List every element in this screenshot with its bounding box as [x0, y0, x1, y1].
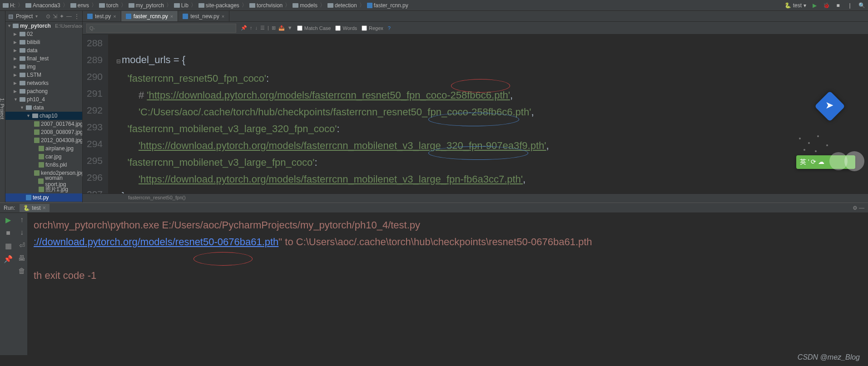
project-panel-header: ▤ Project ▾ ⊙ ⇲ ✦ — ⋮ [5, 11, 82, 22]
tree-item[interactable]: fcn8s.pkl [5, 161, 82, 169]
tree-item[interactable]: ▶bilibili [5, 38, 82, 46]
stop-run-icon[interactable]: ■ [6, 229, 10, 237]
tree-item[interactable]: ▼ph10_4 [5, 95, 82, 104]
find-bar: 📌 ↑ ↓ ☰ | ⊞ 📤 ▼ Match Case Words Regex ? [83, 22, 868, 35]
breadcrumb-item[interactable]: faster_rcnn.py [367, 2, 408, 9]
gutter: 288289290291292293294295296297298 [83, 35, 108, 193]
console-output[interactable]: orch\my_pytorch\python.exe E:/Users/aoc/… [27, 213, 868, 355]
find-opt-matchcase[interactable]: Match Case [297, 25, 331, 31]
tree-item[interactable]: ▶img [5, 63, 82, 71]
project-icon: ▤ [8, 13, 13, 20]
find-opt-regex[interactable]: Regex [362, 25, 383, 31]
find-filter-icon[interactable]: ▼ [288, 25, 293, 31]
project-panel-title: Project [16, 13, 33, 20]
run-tab[interactable]: 🐍 test × [20, 204, 49, 212]
find-next-icon[interactable]: ↓ [255, 25, 258, 31]
editor-tab[interactable]: test.py× [83, 11, 121, 21]
find-opt-words[interactable]: Words [335, 25, 357, 31]
run-gear-icon[interactable]: ⚙ — [853, 205, 864, 211]
find-select-icon[interactable]: ☰ [260, 25, 265, 31]
tree-item[interactable]: ▶pachong [5, 87, 82, 95]
project-panel: ▤ Project ▾ ⊙ ⇲ ✦ — ⋮ ▼ my_pytorch E:\Us… [5, 11, 83, 203]
settings-icon[interactable]: ✦ [60, 13, 64, 20]
pin-icon[interactable]: 📌 [4, 255, 13, 263]
tree-item[interactable]: test.py [5, 193, 82, 202]
watermark: CSDN @mez_Blog [798, 353, 860, 361]
run-gutter-right: ↑ ↓ ⏎ 🖶 🗑 [16, 213, 27, 355]
divider-icon: | [846, 2, 853, 9]
down-icon[interactable]: ↓ [20, 228, 24, 237]
tree-root[interactable]: ▼ my_pytorch E:\Users\aoc\Py [5, 22, 82, 30]
search-icon[interactable]: 🔍 [858, 2, 865, 9]
run-config-selector[interactable]: 🐍 test ▾ [784, 2, 806, 9]
run-gutter-left: ▶ ■ ▦ 📌 [0, 213, 16, 355]
run-label: Run: [4, 205, 15, 211]
tree-item[interactable]: ▼data [5, 104, 82, 112]
top-bar: H:〉Anaconda3〉envs〉torch〉my_pytorch〉Lib〉s… [0, 0, 868, 11]
tree-item[interactable]: ▶02 [5, 30, 82, 38]
breadcrumb-item[interactable]: models [293, 2, 317, 9]
gear-icon[interactable]: — [66, 13, 72, 20]
breadcrumb-item[interactable]: Lib [174, 2, 188, 9]
find-prev-icon[interactable]: ↑ [250, 25, 253, 31]
code-breadcrumb[interactable]: fasterrcnn_resnet50_fpn() [83, 193, 868, 203]
expand-icon[interactable]: ⇲ [53, 13, 57, 20]
breadcrumb-item[interactable]: detection [327, 2, 357, 9]
chevron-down-icon[interactable]: ▾ [35, 14, 38, 19]
tree-item[interactable]: woman sport.jpg [5, 177, 82, 185]
editor-tabs: test.py×faster_rcnn.py×test_new.py× [83, 11, 868, 22]
tree-item[interactable]: ▶networks [5, 79, 82, 87]
run-icon[interactable]: ▶ [811, 2, 818, 9]
breadcrumb-item[interactable]: envs [70, 2, 89, 9]
trash-icon[interactable]: 🗑 [18, 267, 25, 275]
run-panel: Run: 🐍 test × ⚙ — ▶ ■ ▦ 📌 ↑ ↓ ⏎ 🖶 🗑 orch… [0, 203, 868, 355]
breadcrumb-item[interactable]: H: [3, 2, 15, 9]
top-right-tools: 🐍 test ▾ ▶ 🐞 ■ | 🔍 [784, 2, 865, 9]
find-export-icon[interactable]: 📤 [278, 25, 285, 31]
main-area: 1: Project ▤ Project ▾ ⊙ ⇲ ✦ — ⋮ ▼ my_py… [0, 11, 868, 203]
editor-tab[interactable]: faster_rcnn.py× [121, 11, 178, 21]
find-add-icon[interactable]: ⊞ [272, 25, 276, 31]
tree-item[interactable]: ▼chap10 [5, 112, 82, 120]
tree-item[interactable]: airplane.jpg [5, 144, 82, 153]
run-body: ▶ ■ ▦ 📌 ↑ ↓ ⏎ 🖶 🗑 orch\my_pytorch\python… [0, 213, 868, 355]
code-editor[interactable]: 288289290291292293294295296297298 ⊟model… [83, 35, 868, 193]
print-icon[interactable]: 🖶 [18, 254, 25, 262]
breadcrumb-item[interactable]: torch [99, 2, 119, 9]
tree-item[interactable]: 2007_001764.jpg [5, 120, 82, 128]
debug-icon[interactable]: 🐞 [823, 2, 830, 9]
code-content[interactable]: ⊟model_urls = { 'fasterrcnn_resnet50_fpn… [108, 35, 868, 193]
breadcrumbs: H:〉Anaconda3〉envs〉torch〉my_pytorch〉Lib〉s… [3, 1, 408, 9]
find-help-icon[interactable]: ? [388, 25, 391, 31]
tree-item[interactable]: car.jpg [5, 153, 82, 161]
tree-item[interactable]: 2008_008097.jpg [5, 128, 82, 136]
tree-item[interactable]: ▶data [5, 46, 82, 54]
collapse-icon[interactable]: ⊙ [46, 13, 50, 20]
breadcrumb-item[interactable]: site-packages [198, 2, 239, 9]
hide-icon[interactable]: ⋮ [74, 13, 79, 20]
wrap-icon[interactable]: ⏎ [19, 241, 25, 250]
breadcrumb-item[interactable]: torchvision [249, 2, 283, 9]
editor-area: test.py×faster_rcnn.py×test_new.py× 📌 ↑ … [83, 11, 868, 203]
tree-item[interactable]: ▶LSTM [5, 71, 82, 79]
tree-item[interactable]: ▶final_test [5, 54, 82, 63]
up-icon[interactable]: ↑ [20, 216, 24, 224]
layout-icon[interactable]: ▦ [5, 242, 12, 250]
editor-tab[interactable]: test_new.py× [178, 11, 229, 21]
find-input[interactable] [86, 24, 236, 33]
ime-bar[interactable]: 英 ' ⟳ ☁ [796, 155, 855, 169]
find-pin-icon[interactable]: 📌 [241, 25, 247, 31]
stop-icon[interactable]: ■ [834, 2, 842, 9]
breadcrumb-item[interactable]: Anaconda3 [25, 2, 60, 9]
tree-item[interactable]: 2012_004308.jpg [5, 136, 82, 144]
project-tree[interactable]: ▼ my_pytorch E:\Users\aoc\Py ▶02▶bilibil… [5, 22, 82, 203]
project-tool-tab[interactable]: 1: Project [0, 11, 5, 203]
run-panel-header: Run: 🐍 test × ⚙ — [0, 203, 868, 213]
tree-item[interactable]: ▼ph10_4_2 [5, 202, 82, 203]
rerun-icon[interactable]: ▶ [5, 216, 11, 224]
breadcrumb-item[interactable]: my_pytorch [129, 2, 164, 9]
